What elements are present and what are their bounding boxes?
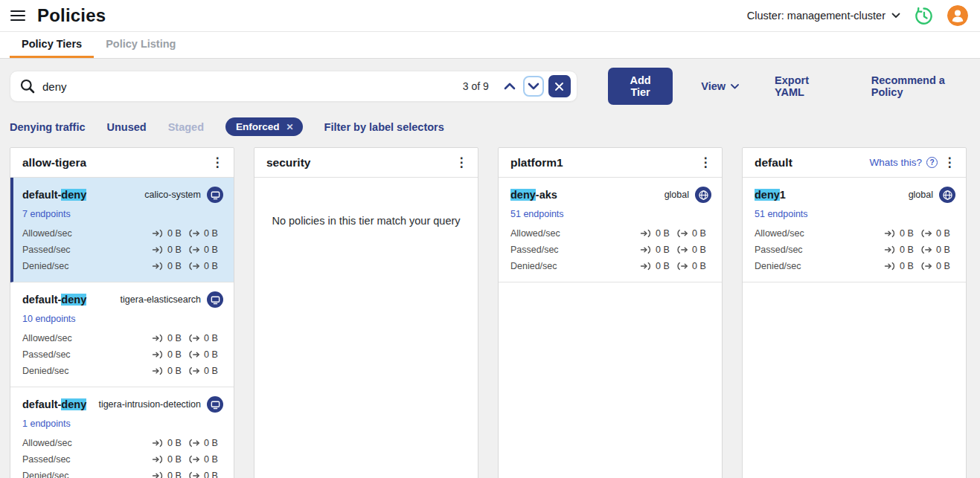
policy-card[interactable]: default-deny tigera-intrusion-detection …: [10, 387, 234, 478]
search-input[interactable]: [42, 80, 463, 93]
help-icon: ?: [926, 157, 938, 168]
policy-card[interactable]: deny1 global 51 endpoints Allowed/sec0 B…: [743, 178, 966, 282]
endpoints-link[interactable]: 10 endpoints: [22, 314, 76, 324]
search-highlight: deny: [61, 294, 86, 306]
inbound-traffic: 0 B: [152, 333, 187, 343]
search-clear-button[interactable]: [548, 75, 571, 97]
policy-name: deny-aks: [510, 189, 664, 201]
filter-row: Denying traffic Unused Staged Enforced ✕…: [10, 117, 970, 136]
kebab-menu-icon[interactable]: ⋮: [208, 155, 226, 170]
inbound-traffic: 0 B: [152, 245, 187, 255]
inbound-traffic: 0 B: [152, 454, 187, 465]
chevron-down-icon: [731, 84, 739, 89]
outbound-traffic: 0 B: [920, 245, 955, 255]
search-icon: [19, 78, 36, 94]
inbound-traffic: 0 B: [640, 245, 675, 255]
namespace-icon: [207, 396, 223, 413]
namespace-icon: [207, 291, 223, 308]
tab-policy-listing[interactable]: Policy Listing: [94, 32, 188, 58]
inbound-traffic: 0 B: [884, 245, 919, 255]
kebab-menu-icon[interactable]: ⋮: [696, 155, 714, 170]
inbound-traffic: 0 B: [152, 438, 187, 448]
namespace-label: calico-system: [144, 190, 201, 200]
tier-name: default: [755, 156, 869, 169]
endpoints-link[interactable]: 51 endpoints: [755, 209, 808, 219]
endpoints-link[interactable]: 51 endpoints: [510, 209, 564, 219]
cluster-selector[interactable]: Cluster: management-cluster: [747, 10, 900, 22]
tier-column-default: default Whats this? ? ⋮ deny1 global 51 …: [742, 147, 967, 478]
policy-name: default-deny: [22, 398, 98, 410]
tier-column-platform1: platform1 ⋮ deny-aks global 51 endpoints…: [498, 147, 723, 478]
outbound-traffic: 0 B: [188, 454, 223, 465]
search-next-button[interactable]: [523, 76, 544, 97]
policy-name: default-deny: [22, 189, 144, 201]
close-icon: [554, 82, 564, 91]
close-icon[interactable]: ✕: [286, 123, 294, 132]
view-dropdown[interactable]: View: [701, 80, 739, 92]
outbound-traffic: 0 B: [920, 261, 955, 271]
inbound-traffic: 0 B: [640, 261, 675, 271]
endpoints-link[interactable]: 1 endpoints: [22, 419, 71, 429]
kebab-menu-icon[interactable]: ⋮: [941, 155, 958, 170]
history-icon[interactable]: [914, 6, 934, 26]
inbound-traffic: 0 B: [884, 228, 919, 239]
filter-unused[interactable]: Unused: [107, 121, 147, 133]
search-match-counter: 3 of 9: [463, 80, 489, 92]
outbound-traffic: 0 B: [188, 471, 223, 478]
filter-enforced-chip[interactable]: Enforced ✕: [225, 117, 303, 136]
search-highlight: deny: [510, 189, 536, 201]
chevron-down-icon: [528, 83, 539, 90]
global-icon: [695, 187, 711, 203]
tiers-row: allow-tigera ⋮ default-deny calico-syste…: [10, 147, 970, 478]
app-header: Policies Cluster: management-cluster: [0, 0, 980, 31]
tier-name: allow-tigera: [22, 156, 208, 169]
filter-label-selectors[interactable]: Filter by label selectors: [324, 121, 444, 133]
filter-staged[interactable]: Staged: [168, 121, 204, 133]
whats-this-link[interactable]: Whats this? ?: [869, 157, 938, 168]
outbound-traffic: 0 B: [676, 245, 711, 255]
outbound-traffic: 0 B: [920, 228, 955, 239]
policy-card[interactable]: deny-aks global 51 endpoints Allowed/sec…: [499, 178, 722, 282]
kebab-menu-icon[interactable]: ⋮: [452, 155, 470, 170]
outbound-traffic: 0 B: [188, 261, 223, 271]
global-icon: [939, 187, 955, 203]
outbound-traffic: 0 B: [188, 366, 223, 376]
filter-denying-traffic[interactable]: Denying traffic: [10, 121, 86, 133]
chevron-up-icon: [504, 83, 516, 90]
search-box: 3 of 9: [10, 71, 577, 102]
tier-name: platform1: [510, 156, 696, 169]
namespace-label: tigera-intrusion-detection: [98, 399, 201, 410]
add-tier-button[interactable]: Add Tier: [608, 68, 673, 105]
policy-card[interactable]: default-deny calico-system 7 endpoints A…: [10, 178, 234, 282]
export-yaml-button[interactable]: Export YAML: [775, 74, 836, 98]
tab-policy-tiers[interactable]: Policy Tiers: [10, 32, 94, 58]
inbound-traffic: 0 B: [640, 228, 675, 239]
inbound-traffic: 0 B: [152, 261, 187, 271]
tier-column-allow-tigera: allow-tigera ⋮ default-deny calico-syste…: [10, 147, 234, 478]
tab-bar: Policy Tiers Policy Listing: [0, 31, 980, 59]
recommend-policy-button[interactable]: Recommend a Policy: [871, 74, 970, 98]
search-prev-button[interactable]: [499, 76, 520, 97]
outbound-traffic: 0 B: [188, 333, 223, 343]
user-avatar-icon[interactable]: [947, 5, 968, 26]
outbound-traffic: 0 B: [676, 228, 711, 239]
policy-card[interactable]: default-deny tigera-elasticsearch 10 end…: [10, 282, 234, 387]
outbound-traffic: 0 B: [676, 261, 711, 271]
chevron-down-icon: [891, 13, 900, 19]
scope-label: global: [664, 190, 689, 200]
policy-name: default-deny: [22, 294, 121, 306]
cluster-selector-label: Cluster: management-cluster: [747, 10, 885, 22]
tier-name: security: [266, 156, 452, 169]
namespace-label: tigera-elasticsearch: [121, 294, 201, 305]
outbound-traffic: 0 B: [188, 349, 223, 360]
menu-icon[interactable]: [10, 10, 25, 21]
search-highlight: deny: [61, 398, 86, 410]
scope-label: global: [909, 190, 933, 200]
search-highlight: deny: [755, 189, 780, 201]
search-highlight: deny: [61, 189, 86, 201]
toolbar: 3 of 9 Add Tier View Export YAML Recomme…: [10, 68, 970, 105]
empty-tier-message: No policies in this tier match your quer…: [254, 178, 478, 227]
inbound-traffic: 0 B: [152, 228, 187, 239]
endpoints-link[interactable]: 7 endpoints: [22, 209, 71, 219]
inbound-traffic: 0 B: [152, 349, 187, 360]
